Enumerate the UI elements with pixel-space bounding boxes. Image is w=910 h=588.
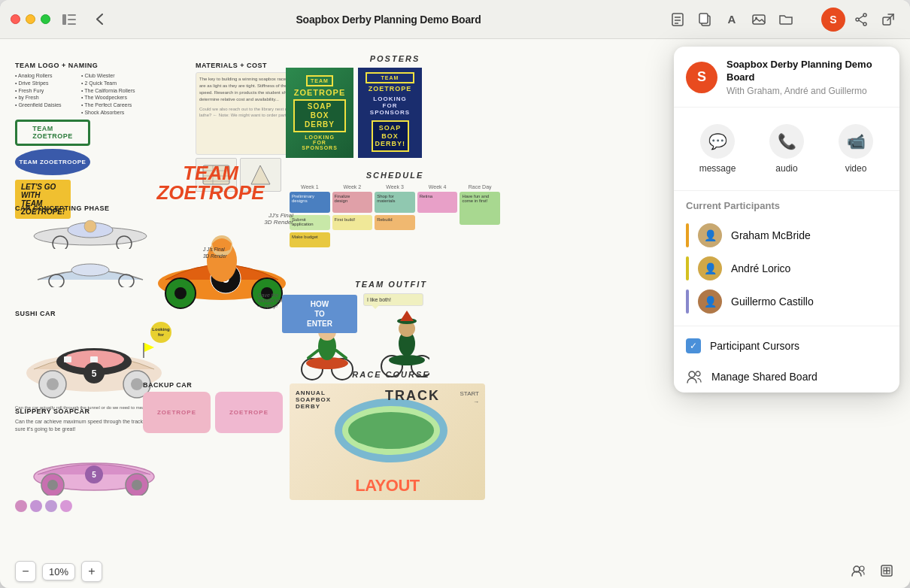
notes-icon[interactable] xyxy=(666,8,689,31)
popup-header: S Soapbox Derby Planning Demo Board With… xyxy=(674,47,899,108)
graham-color-bar xyxy=(686,223,689,247)
team-zoetrope-text: TEAM ZOETROPE xyxy=(135,163,286,202)
message-action-button[interactable]: 💬 message xyxy=(686,118,749,180)
svg-text:5: 5 xyxy=(92,471,96,479)
poster-blue: TEAM ZOETROPE LOOKINGFORSPONSORS SOAPBOX… xyxy=(358,68,422,158)
svg-rect-3 xyxy=(68,23,76,25)
popup-actions: 💬 message 📞 audio 📹 video xyxy=(674,108,899,191)
svg-line-16 xyxy=(859,20,863,23)
titlebar: Soapbox Derby Planning Demo Board A S xyxy=(0,0,910,39)
maximize-button[interactable] xyxy=(41,14,50,24)
video-action-button[interactable]: 📹 video xyxy=(824,118,887,180)
svg-point-48 xyxy=(71,264,109,276)
open-external-button[interactable] xyxy=(877,8,899,31)
svg-marker-70 xyxy=(144,343,154,352)
svg-point-36 xyxy=(389,355,425,365)
participant-row-guillermo[interactable]: 👤 Guillermo Castillo xyxy=(686,285,887,318)
svg-line-32 xyxy=(308,350,318,358)
notes-text: J J's Final3D Render xyxy=(203,246,278,259)
posters-label: POSTERS xyxy=(286,54,504,63)
popup-board-subtitle: With Graham, André and Guillermo xyxy=(726,86,887,96)
how-to-enter-cards: HOWTOENTER xyxy=(282,295,357,333)
manage-shared-board-row[interactable]: Manage Shared Board xyxy=(674,361,899,393)
graham-name: Graham McBride xyxy=(731,229,811,241)
guillermo-color-bar xyxy=(686,289,689,314)
team-zoetrope-logo: TEAMZOETROPE xyxy=(15,120,90,146)
svg-rect-65 xyxy=(64,356,71,362)
sushi-car-label: SUSHI CAR xyxy=(15,310,180,317)
posters-section: POSTERS TEAM ZOETROPE SOAPBOXDERBY LOOKI… xyxy=(286,54,504,158)
svg-rect-83 xyxy=(884,571,887,574)
svg-point-62 xyxy=(131,378,143,390)
team-zoetrope-oval: TEAM ZOOETROOPE xyxy=(15,149,90,175)
svg-line-33 xyxy=(336,350,346,358)
message-icon: 💬 xyxy=(700,124,735,159)
folder-icon[interactable] xyxy=(775,8,797,31)
audio-action-button[interactable]: 📞 audio xyxy=(755,118,818,180)
manage-shared-board-label: Manage Shared Board xyxy=(711,371,817,383)
svg-line-15 xyxy=(859,16,863,19)
close-button[interactable] xyxy=(11,14,20,24)
participant-row-andre[interactable]: 👤 André Lorico xyxy=(686,252,887,285)
guillermo-name: Guillermo Castillo xyxy=(731,296,814,308)
audio-icon: 📞 xyxy=(769,124,804,159)
app-window: Soapbox Derby Planning Demo Board A S xyxy=(0,0,910,588)
svg-rect-1 xyxy=(68,14,76,16)
backup-car-section: BACKUP CAR ZOETROPE ZOETROPE xyxy=(143,381,293,433)
svg-rect-84 xyxy=(887,571,890,574)
zoom-level-display[interactable]: 10% xyxy=(42,563,75,580)
image-icon[interactable] xyxy=(748,8,770,31)
fit-to-screen-button[interactable] xyxy=(875,559,898,582)
share-button[interactable] xyxy=(850,8,872,31)
participants-section: Current Participants 👤 Graham McBride 👤 … xyxy=(674,191,899,321)
back-button[interactable] xyxy=(88,8,111,31)
minimize-button[interactable] xyxy=(26,14,35,24)
team-logo-label: TEAM LOGO + NAMING xyxy=(15,62,180,69)
andre-avatar: 👤 xyxy=(698,256,722,280)
text-icon[interactable]: A xyxy=(720,8,743,31)
collaboration-popup: S Soapbox Derby Planning Demo Board With… xyxy=(674,47,899,393)
svg-point-79 xyxy=(860,566,864,571)
svg-point-60 xyxy=(47,378,59,390)
divider xyxy=(674,326,899,326)
svg-rect-69 xyxy=(143,343,144,358)
zoom-out-button[interactable]: − xyxy=(15,561,36,582)
video-icon: 📹 xyxy=(839,124,873,159)
popup-app-avatar: S xyxy=(686,62,717,93)
bottom-right-toolbar xyxy=(847,559,898,582)
svg-point-53 xyxy=(174,287,187,299)
participants-title: Current Participants xyxy=(686,200,887,211)
svg-text:5: 5 xyxy=(92,368,97,379)
zoom-in-button[interactable]: + xyxy=(81,561,102,582)
user-avatar-button[interactable]: S xyxy=(821,8,845,32)
svg-point-45 xyxy=(84,220,96,232)
audio-label: audio xyxy=(775,163,797,174)
big-team-text: TEAM ZOETROPE xyxy=(135,163,286,202)
manage-board-icon xyxy=(686,368,702,385)
svg-point-85 xyxy=(689,371,695,377)
popup-board-title: Soapbox Derby Planning Demo Board xyxy=(726,59,887,84)
car-concepts-label: CAR CONCEPTING PHASE xyxy=(15,205,180,212)
copy-icon[interactable] xyxy=(693,8,716,31)
svg-point-12 xyxy=(863,14,866,17)
toolbar-right: A S xyxy=(666,8,899,32)
poster-green: TEAM ZOETROPE SOAPBOXDERBY LOOKINGFORSPO… xyxy=(286,68,353,158)
schedule-grid: Week 1 Preliminarydesigns Submitapplicat… xyxy=(290,184,500,247)
backup-car-label: BACKUP CAR xyxy=(143,381,293,389)
svg-rect-10 xyxy=(753,15,765,24)
andre-name: André Lorico xyxy=(731,262,790,274)
schedule-label: SCHEDULE xyxy=(290,171,500,180)
andre-color-bar xyxy=(686,256,689,280)
svg-marker-40 xyxy=(400,311,414,321)
svg-rect-81 xyxy=(884,568,887,571)
guillermo-avatar: 👤 xyxy=(698,289,722,314)
video-label: video xyxy=(845,163,867,174)
participants-icon-bottom[interactable] xyxy=(847,559,869,582)
participant-cursors-row[interactable]: ✓ Participant Cursors xyxy=(674,331,899,361)
cursors-label: Participant Cursors xyxy=(710,340,799,352)
svg-point-73 xyxy=(47,480,58,490)
participant-row-graham[interactable]: 👤 Graham McBride xyxy=(686,219,887,252)
sidebar-toggle-button[interactable] xyxy=(58,8,80,31)
poster-grid: TEAM ZOETROPE SOAPBOXDERBY LOOKINGFORSPO… xyxy=(286,68,504,158)
svg-point-86 xyxy=(696,371,700,376)
